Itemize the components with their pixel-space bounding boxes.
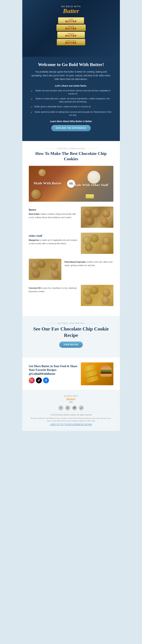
comp-img-butter (81, 206, 113, 228)
p-cookie-4 (32, 270, 40, 278)
svg-point-4 (67, 408, 68, 408)
comp-desc-margarine: Margarine is made up of vegetable oils a… (29, 238, 78, 245)
footer-social-icons (29, 406, 113, 410)
margarine-cookie-visual (81, 233, 113, 254)
checkmark-icon-2: ✓ (30, 97, 33, 101)
footer-logo-go: GO BOLD WITH (29, 395, 113, 397)
footer-copyright: © 2022 American Butter Institute | All r… (29, 414, 113, 416)
inspiration-section: BUTTERY INSPIRATION See Our Fav Chocolat… (22, 316, 120, 358)
burger-bottom-bun (100, 374, 112, 377)
hero-fact-text-2: Butter is made with pure, simple, all-na… (34, 97, 112, 103)
svg-rect-0 (30, 379, 33, 382)
comp-desc-coconut: Coconut Oil is pure fat, resulting in a … (29, 286, 78, 293)
comp-highlight-plant: Plant-Based Spreads (65, 261, 86, 263)
comparison-section: COOKING COMPARISONS How To Make The Best… (22, 141, 120, 316)
footer-logo-butter: Butter (29, 397, 113, 401)
social-food-image (81, 362, 113, 385)
footer-section: GO BOLD WITH Butter with (22, 390, 120, 431)
explore-button[interactable]: EXPLORE THE DIFFERENCE (51, 125, 91, 131)
hero-intro: Welcome to Go Bold With Butter! You prob… (22, 57, 120, 141)
hero-fact-1: ✓ Butter has less fat than olive oil and… (30, 89, 112, 96)
comparison-item-plant: Plant-Based Spreads contain more oils, f… (29, 259, 113, 280)
vs-right-text: Made With Other Stuff (73, 183, 108, 187)
m-cookie-2 (91, 234, 99, 242)
comp-highlight-coconut: Coconut Oil (29, 287, 41, 289)
pkg4-brand: sweet cream (60, 40, 82, 42)
hero-subtitle: You probably already agree that butter i… (30, 70, 112, 81)
hero-fact-text-4: Butter performs better in baking than co… (34, 110, 112, 117)
checkmark-icon-4: ✓ (30, 110, 33, 114)
comp-img-plant (29, 259, 61, 280)
hero-fact-2: ✓ Butter is made with pure, simple, all-… (30, 97, 112, 103)
butter-pkg-sweet: sweet cream BUTTER (57, 39, 85, 45)
cookie-decoration-1 (31, 190, 41, 199)
hero-section: GO BOLD WITH Butter salted BUTTER unsalt… (22, 0, 120, 141)
instagram-icon[interactable] (29, 378, 35, 383)
facebook-icon[interactable] (43, 378, 49, 383)
plant-cookie-visual (29, 259, 61, 280)
tiktok-icon[interactable] (36, 378, 42, 383)
checkmark-icon-1: ✓ (30, 89, 33, 93)
svg-point-2 (32, 380, 32, 380)
comp-title-margarine: Other Stuff (29, 234, 78, 238)
coconut-cookie-visual (81, 285, 113, 306)
footer-logo-with: with (29, 401, 113, 403)
comparison-item-margarine: Other Stuff Margarine is made up of vege… (29, 233, 113, 254)
view-recipe-button[interactable]: VIEW RECIPE (59, 342, 83, 348)
cookie-4 (86, 217, 94, 225)
butter-pkg-salted: salted BUTTER (58, 17, 84, 24)
hero-title: Welcome to Go Bold With Butter! (30, 62, 112, 68)
footer-address-book-link[interactable]: ADD US TO YOUR ADDRESS BOOK (50, 423, 92, 426)
p-cookie-5 (51, 270, 60, 279)
social-icons (29, 378, 78, 383)
comp-highlight-margarine: Margarine (29, 239, 39, 241)
m-cookie-3 (103, 237, 111, 245)
comp-desc-plant: Plant-Based Spreads contain more oils, f… (65, 260, 113, 267)
footer-instagram-icon[interactable] (65, 406, 70, 410)
comp-img-margarine (81, 233, 113, 254)
footer-pinterest-icon[interactable] (72, 406, 77, 410)
inspiration-tag: BUTTERY INSPIRATION (29, 322, 113, 324)
hero-logo-butter: Butter (29, 8, 113, 14)
c-cookie-5 (101, 296, 110, 305)
hero-fact-3: ✓ Butter gives a desirable flavor, unlik… (30, 105, 112, 109)
comp-img-coconut (81, 285, 113, 306)
footer-divider (29, 412, 113, 412)
svg-rect-3 (67, 407, 69, 409)
comparison-title: How To Make The Best Chocolate Chip Cook… (29, 151, 113, 162)
comp-highlight-butter: Real butter (29, 213, 40, 215)
cookie-1 (83, 209, 91, 217)
p-cookie-3 (50, 262, 58, 270)
social-text-block: Get More Butter in Your Feed & Share You… (29, 364, 78, 383)
comp-text-coconut: Coconut Oil is pure fat, resulting in a … (29, 285, 78, 295)
comp-text-plant: Plant-Based Spreads contain more oils, f… (65, 259, 113, 269)
butter-pkg-unsalted: unsalted BUTTER (56, 24, 86, 31)
butter-pkg-whipped: whipped BUTTER (57, 32, 85, 38)
hero-facts-title: Let's churn out some facts: (30, 84, 112, 87)
c-cookie-3 (102, 288, 111, 297)
pkg1-brand: salted (61, 18, 81, 20)
comparison-item-coconut: Coconut Oil is pure fat, resulting in a … (29, 285, 113, 306)
p-cookie-2 (38, 260, 45, 268)
social-title: Get More Butter in Your Feed & Share You… (29, 364, 78, 376)
comp-desc-butter: Real butter makes cookies chewy and tend… (29, 212, 78, 219)
email-wrapper: GO BOLD WITH Butter salted BUTTER unsalt… (22, 0, 120, 431)
vs-left-text: Made With Butter (34, 181, 62, 185)
comparison-tag: COOKING COMPARISONS (29, 148, 113, 150)
svg-point-5 (68, 407, 68, 408)
pkg3-name: BUTTER (61, 34, 82, 37)
cookie-3 (102, 210, 110, 218)
p-cookie-1 (30, 261, 39, 270)
footer-facebook-icon[interactable] (58, 406, 63, 410)
footer-logo: GO BOLD WITH Butter with (29, 395, 113, 403)
hero-fact-text-3: Butter gives a desirable flavor, unlike … (34, 105, 91, 108)
footer-fine-print: Be sure to add our email address to your… (29, 417, 113, 422)
c-cookie-1 (83, 288, 91, 296)
comp-text-butter: Butter Real butter makes cookies chewy a… (29, 206, 78, 221)
footer-tiktok-icon[interactable] (79, 406, 84, 410)
m-cookie-5 (101, 244, 109, 252)
cookie-decoration-2 (38, 169, 46, 176)
vs-banner: Made With Butter VS Made With Other Stuf… (29, 166, 113, 202)
c-cookie-2 (91, 286, 98, 294)
pkg1-name: BUTTER (61, 20, 81, 23)
